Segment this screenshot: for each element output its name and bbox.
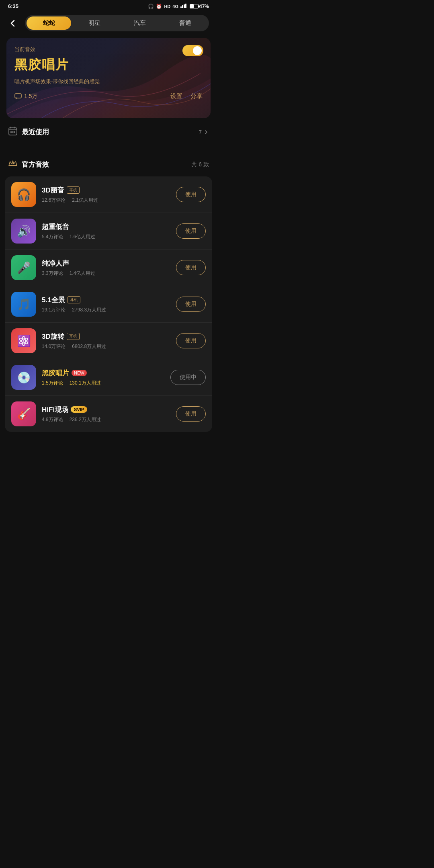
sound-reviews: 19.1万评论 xyxy=(42,307,66,313)
earphone-badge: 耳机 xyxy=(67,333,80,340)
sound-users: 2798.3万人用过 xyxy=(72,307,106,313)
use-button-3d-li[interactable]: 使用 xyxy=(176,187,206,202)
sound-name-row: 超重低音 xyxy=(42,222,170,231)
svg-rect-3 xyxy=(185,4,186,8)
battery-indicator: 47% xyxy=(190,4,209,9)
calendar-icon xyxy=(8,126,18,138)
sound-users: 1.6亿人用过 xyxy=(70,233,96,240)
category-tabs: 蛇蛇 明星 汽车 普通 xyxy=(25,15,209,31)
svip-badge: SVIP xyxy=(71,406,87,413)
recent-count: 7 xyxy=(199,129,202,135)
sound-icon-3d-li: 🎧 xyxy=(11,182,36,207)
sound-name: 黑胶唱片 xyxy=(42,368,69,378)
sound-name: 3D旋转 xyxy=(42,332,64,341)
recent-section: 最近使用 7 xyxy=(0,126,217,151)
use-button-hifi[interactable]: 使用 xyxy=(176,406,206,422)
sound-name-row: 3D丽音 耳机 xyxy=(42,186,170,195)
sound-reviews: 5.4万评论 xyxy=(42,233,63,240)
sound-name-row: 黑胶唱片 NEW xyxy=(42,368,165,378)
use-button-vinyl[interactable]: 使用中 xyxy=(170,370,206,385)
recent-header: 最近使用 7 xyxy=(0,126,217,138)
sound-item-vinyl: 💿 黑胶唱片 NEW 1.5万评论 130.1万人用过 使用中 xyxy=(5,359,212,396)
headphone-icon: 🎧 xyxy=(148,4,154,9)
svg-rect-0 xyxy=(180,6,182,8)
sound-reviews: 3.3万评论 xyxy=(42,270,63,277)
status-time: 6:35 xyxy=(8,3,18,9)
sound-meta: 3.3万评论 1.4亿人用过 xyxy=(42,270,170,277)
sound-item-vocal: 🎤 纯净人声 3.3万评论 1.4亿人用过 使用 xyxy=(5,250,212,286)
svg-rect-4 xyxy=(15,94,21,98)
svg-rect-8 xyxy=(14,131,15,133)
sound-icon-bass: 🔊 xyxy=(11,219,36,244)
crown-icon xyxy=(8,159,18,170)
alarm-icon: ⏰ xyxy=(156,4,162,9)
sound-item-5point1: 🎵 5.1全景 耳机 19.1万评论 2798.3万人用过 使用 xyxy=(5,286,212,323)
use-button-bass[interactable]: 使用 xyxy=(176,223,206,239)
status-bar: 6:35 🎧 ⏰ HD 4G 47% xyxy=(0,0,217,11)
use-button-vocal[interactable]: 使用 xyxy=(176,260,206,275)
hero-card: 当前音效 黑胶唱片 唱片机声场效果-带你找回经典的感觉 1.5万 设置 分享 xyxy=(6,38,211,118)
sound-item-bass: 🔊 超重低音 5.4万评论 1.6亿人用过 使用 xyxy=(5,213,212,250)
sound-meta: 14.0万评论 6802.8万人用过 xyxy=(42,343,170,350)
sound-meta: 12.6万评论 2.1亿人用过 xyxy=(42,197,170,204)
sound-name: 纯净人声 xyxy=(42,259,69,268)
sound-item-3d-li: 🎧 3D丽音 耳机 12.6万评论 2.1亿人用过 使用 xyxy=(5,176,212,213)
tab-star[interactable]: 明星 xyxy=(72,16,117,30)
svg-rect-6 xyxy=(10,131,12,133)
battery-percent: 47% xyxy=(199,4,209,9)
sound-item-3d-rotate: ⚛️ 3D旋转 耳机 14.0万评论 6802.8万人用过 使用 xyxy=(5,323,212,359)
sound-info-3d-rotate: 3D旋转 耳机 14.0万评论 6802.8万人用过 xyxy=(42,332,170,350)
sound-list: 🎧 3D丽音 耳机 12.6万评论 2.1亿人用过 使用 🔊 超重低音 5.4万… xyxy=(5,176,212,432)
sound-meta: 4.9万评论 236.2万人用过 xyxy=(42,416,170,423)
back-button[interactable] xyxy=(6,16,20,31)
sound-reviews: 12.6万评论 xyxy=(42,197,66,204)
sound-reviews: 4.9万评论 xyxy=(42,416,63,423)
hero-actions: 设置 分享 xyxy=(170,92,203,100)
hero-footer: 1.5万 设置 分享 xyxy=(14,92,203,100)
sound-reviews: 1.5万评论 xyxy=(42,380,63,387)
settings-button[interactable]: 设置 xyxy=(170,92,182,100)
recent-title: 最近使用 xyxy=(22,127,49,137)
recent-more[interactable]: 7 xyxy=(199,129,209,135)
sound-icon-vinyl: 💿 xyxy=(11,365,36,390)
official-title: 官方音效 xyxy=(22,160,49,169)
official-title-group: 官方音效 xyxy=(8,159,49,170)
share-button[interactable]: 分享 xyxy=(190,92,203,100)
status-icons: 🎧 ⏰ HD 4G 47% xyxy=(148,3,209,9)
sound-name-row: 纯净人声 xyxy=(42,259,170,268)
sound-icon-vocal: 🎤 xyxy=(11,255,36,280)
sound-icon-3d-rotate: ⚛️ xyxy=(11,328,36,353)
sound-name-row: HiFi现场 SVIP xyxy=(42,405,170,414)
hero-comments-count[interactable]: 1.5万 xyxy=(14,93,37,100)
sound-icon-5point1: 🎵 xyxy=(11,292,36,317)
sound-name-row: 5.1全景 耳机 xyxy=(42,295,170,305)
sound-info-vocal: 纯净人声 3.3万评论 1.4亿人用过 xyxy=(42,259,170,277)
sound-name-row: 3D旋转 耳机 xyxy=(42,332,170,341)
comment-count: 1.5万 xyxy=(24,93,37,100)
hero-title: 黑胶唱片 xyxy=(14,56,203,74)
sound-toggle[interactable] xyxy=(182,45,203,56)
sound-meta: 19.1万评论 2798.3万人用过 xyxy=(42,307,170,313)
tab-normal[interactable]: 普通 xyxy=(163,16,207,30)
hero-desc: 唱片机声场效果-带你找回经典的感觉 xyxy=(14,78,203,85)
sound-users: 1.4亿人用过 xyxy=(70,270,96,277)
section-divider xyxy=(6,151,211,151)
tab-car[interactable]: 汽车 xyxy=(117,16,162,30)
tab-snake[interactable]: 蛇蛇 xyxy=(27,16,71,30)
sound-name: 超重低音 xyxy=(42,222,69,231)
signal-bars-icon xyxy=(180,3,188,9)
use-button-3d-rotate[interactable]: 使用 xyxy=(176,333,206,348)
hero-label: 当前音效 xyxy=(14,46,203,53)
sound-users: 130.1万人用过 xyxy=(70,380,101,387)
sound-users: 2.1亿人用过 xyxy=(72,197,98,204)
use-button-5point1[interactable]: 使用 xyxy=(176,297,206,312)
sound-info-3d-li: 3D丽音 耳机 12.6万评论 2.1亿人用过 xyxy=(42,186,170,204)
sound-info-hifi: HiFi现场 SVIP 4.9万评论 236.2万人用过 xyxy=(42,405,170,423)
sound-meta: 5.4万评论 1.6亿人用过 xyxy=(42,233,170,240)
sound-meta: 1.5万评论 130.1万人用过 xyxy=(42,380,165,387)
svg-rect-7 xyxy=(12,131,14,133)
official-header: 官方音效 共 6 款 xyxy=(0,159,217,170)
recent-title-group: 最近使用 xyxy=(8,126,49,138)
svg-rect-1 xyxy=(182,5,183,8)
sound-item-hifi: 🎸 HiFi现场 SVIP 4.9万评论 236.2万人用过 使用 xyxy=(5,396,212,432)
